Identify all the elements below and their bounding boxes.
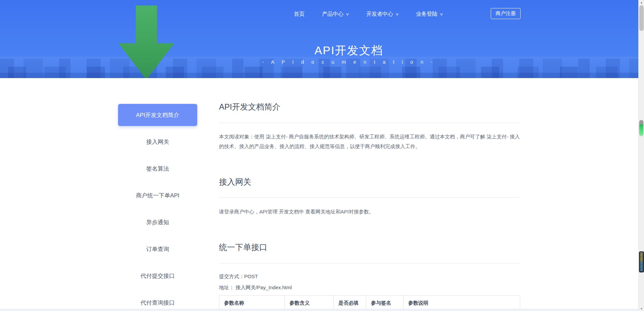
section-title-unified-order: 统一下单接口	[219, 242, 520, 253]
sidebar-item-gateway[interactable]: 接入网关	[118, 131, 197, 153]
submit-method-line: 提交方式：POST	[219, 273, 520, 280]
indicator-yellow-stripes	[640, 253, 643, 261]
sidebar-item-payout-query[interactable]: 代付查询接口	[118, 292, 197, 311]
sidebar-item-payout-submit[interactable]: 代付提交接口	[118, 265, 197, 287]
sidebar-item-async-notify[interactable]: 异步通知	[118, 211, 197, 233]
section-divider	[219, 197, 520, 198]
section-body-gateway: 请登录商户中心，API管理 开发文档中 查看网关地址和API对接参数。	[219, 207, 520, 216]
chevron-down-icon: ∨	[440, 12, 443, 16]
scroll-green-indicator[interactable]	[639, 120, 643, 136]
doc-sidebar: API开发文档简介 接入网关 签名算法 商户统一下单API 异步通知 订单查询 …	[118, 104, 197, 311]
scrollbar-thumb[interactable]	[639, 5, 644, 31]
section-body-intro: 本文阅读对象：使用 柒上支付- 商户自服务系统的技术架构师、研发工程师、系统运维…	[219, 132, 520, 151]
indicator-blue-stripes	[640, 262, 643, 271]
gateway-address-line: 地址： 接入网关/Pay_Index.html	[219, 285, 520, 291]
nav-item-home[interactable]: 首页	[285, 11, 313, 18]
sidebar-item-order-query[interactable]: 订单查询	[118, 238, 197, 260]
section-title-gateway: 接入网关	[219, 177, 520, 187]
merchant-register-button[interactable]: 商户注册	[491, 8, 521, 19]
chevron-down-icon: ∨	[395, 12, 399, 16]
page-subtitle: - A P I d o c u m e n t a t i o n -	[188, 59, 510, 65]
sidebar-item-unified-order-api[interactable]: 商户统一下单API	[118, 184, 197, 206]
indicator-fill	[639, 124, 643, 136]
scroll-striped-indicator[interactable]	[639, 251, 644, 272]
city-skyline-front	[0, 73, 638, 78]
section-title-intro: API开发文档简介	[219, 102, 520, 112]
sidebar-item-api-doc-intro[interactable]: API开发文档简介	[118, 104, 197, 126]
nav-item-business-login-label: 业务登陆	[416, 11, 437, 18]
nav-item-home-label: 首页	[294, 11, 305, 18]
section-divider	[219, 123, 520, 123]
doc-content: API开发文档简介 本文阅读对象：使用 柒上支付- 商户自服务系统的技术架构师、…	[219, 78, 520, 311]
scroll-up-arrow-icon[interactable]: ▲	[639, 0, 644, 5]
section-divider	[219, 263, 520, 263]
chevron-down-icon: ∨	[345, 12, 349, 16]
nav-item-developer-center-label: 开发者中心	[366, 11, 393, 18]
nav-item-products-label: 产品中心	[322, 11, 343, 18]
sidebar-item-signature-algorithm[interactable]: 签名算法	[118, 158, 197, 180]
nav-item-business-login[interactable]: 业务登陆 ∨	[407, 11, 451, 18]
nav-item-developer-center[interactable]: 开发者中心 ∨	[358, 11, 407, 18]
indicator-cap	[639, 120, 643, 124]
top-navigation: 首页 产品中心 ∨ 开发者中心 ∨ 业务登陆 ∨	[285, 7, 451, 21]
scroll-down-arrow-icon[interactable]: ▼	[639, 306, 644, 311]
vertical-scrollbar[interactable]: ▲ ▼	[638, 0, 644, 311]
nav-item-products[interactable]: 产品中心 ∨	[313, 11, 358, 18]
footer-edge-strip	[0, 309, 638, 311]
page-title: API开发文档	[188, 43, 510, 58]
hero-banner: 首页 产品中心 ∨ 开发者中心 ∨ 业务登陆 ∨ 商户注册 API开发文档 - …	[0, 0, 638, 78]
